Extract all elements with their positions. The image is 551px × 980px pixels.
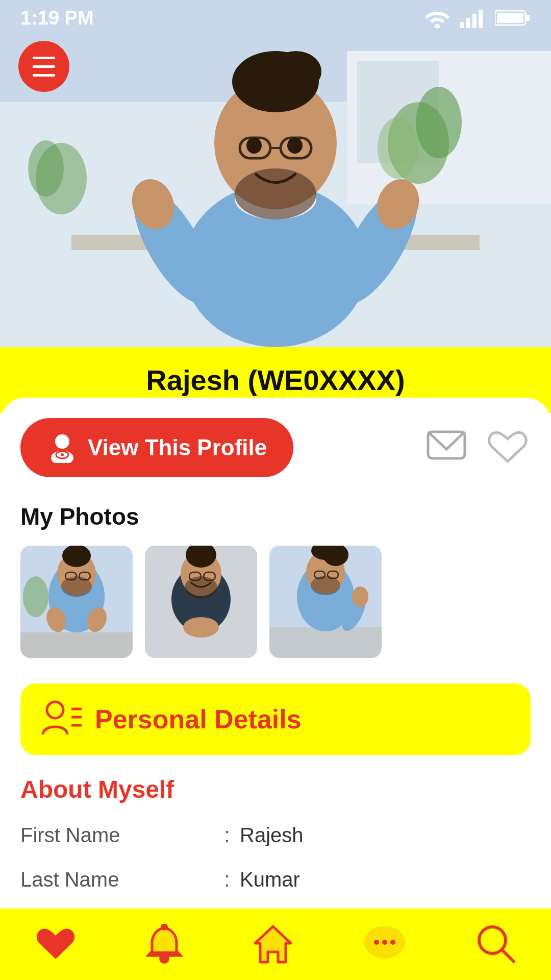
svg-rect-5 xyxy=(525,15,530,21)
hamburger-icon xyxy=(33,57,55,77)
svg-rect-3 xyxy=(479,10,483,28)
photo-thumb-2[interactable] xyxy=(145,546,257,658)
svg-rect-1 xyxy=(466,18,470,28)
photos-title: My Photos xyxy=(20,503,531,530)
battery-icon xyxy=(495,9,531,27)
colon-1: : xyxy=(214,868,240,891)
svg-line-81 xyxy=(503,950,514,962)
svg-point-38 xyxy=(23,576,48,617)
label-first-name: First Name xyxy=(20,824,214,847)
svg-point-66 xyxy=(352,586,368,607)
hero-section xyxy=(0,0,551,347)
nav-alerts[interactable] xyxy=(136,919,193,970)
svg-point-67 xyxy=(47,702,63,718)
menu-button[interactable] xyxy=(18,41,69,92)
bell-nav-icon xyxy=(146,924,183,965)
svg-rect-0 xyxy=(460,22,464,28)
svg-point-32 xyxy=(55,434,69,449)
table-row: Last Name : Kumar xyxy=(20,868,531,891)
about-myself-title: About Myself xyxy=(20,775,531,803)
value-first-name: Rajesh xyxy=(240,824,304,847)
colon-0: : xyxy=(214,824,240,847)
svg-point-21 xyxy=(270,51,321,92)
photos-grid xyxy=(20,546,531,658)
svg-rect-57 xyxy=(269,627,382,658)
nav-home[interactable] xyxy=(242,919,304,970)
hero-background xyxy=(0,0,551,347)
heart-nav-icon xyxy=(35,926,76,963)
home-nav-icon xyxy=(253,924,293,965)
heart-icon xyxy=(487,430,528,465)
svg-point-55 xyxy=(183,617,219,638)
photo-2-image xyxy=(145,546,257,658)
status-bar: 1:19 PM xyxy=(0,0,551,36)
profile-name: Rajesh (WE0XXXX) xyxy=(20,363,531,397)
svg-point-13 xyxy=(378,117,418,179)
svg-marker-74 xyxy=(255,926,291,962)
svg-point-77 xyxy=(382,940,387,945)
favourite-button[interactable] xyxy=(485,425,531,471)
personal-details-banner: Personal Details xyxy=(20,683,531,755)
svg-point-12 xyxy=(416,87,462,158)
message-button[interactable] xyxy=(423,425,469,471)
wifi-icon xyxy=(423,8,451,28)
nav-chat[interactable] xyxy=(353,919,416,970)
svg-rect-2 xyxy=(472,14,477,28)
svg-point-64 xyxy=(311,576,340,595)
svg-point-31 xyxy=(287,137,303,154)
svg-rect-6 xyxy=(497,13,523,23)
svg-point-71 xyxy=(159,953,169,964)
chat-nav-icon xyxy=(363,924,406,965)
action-icons xyxy=(423,425,531,471)
action-row: View This Profile xyxy=(20,418,531,477)
svg-point-30 xyxy=(246,137,262,154)
status-time: 1:19 PM xyxy=(20,7,94,29)
photos-section: My Photos xyxy=(20,503,531,658)
bottom-nav xyxy=(0,909,551,980)
photo-1-image xyxy=(20,546,133,658)
signal-icon xyxy=(460,8,486,28)
label-last-name: Last Name xyxy=(20,868,214,891)
photo-thumb-3[interactable] xyxy=(269,546,382,658)
view-profile-label: View This Profile xyxy=(88,435,267,460)
svg-point-78 xyxy=(390,940,395,945)
svg-point-35 xyxy=(61,453,64,456)
nav-likes[interactable] xyxy=(25,921,86,968)
view-profile-button[interactable]: View This Profile xyxy=(20,418,293,477)
svg-point-41 xyxy=(62,546,91,567)
personal-details-title: Personal Details xyxy=(95,704,302,734)
svg-point-33 xyxy=(51,451,73,463)
table-row: First Name : Rajesh xyxy=(20,824,531,847)
message-icon xyxy=(426,430,467,465)
svg-point-76 xyxy=(374,940,379,945)
value-last-name: Kumar xyxy=(240,868,300,891)
profile-icon xyxy=(47,432,78,463)
photo-thumb-1[interactable] xyxy=(20,546,133,658)
main-card: View This Profile My Photos xyxy=(0,398,551,980)
svg-point-44 xyxy=(61,576,92,597)
status-icons xyxy=(423,8,531,28)
svg-point-15 xyxy=(28,140,64,197)
svg-point-25 xyxy=(235,168,316,219)
photo-3-image xyxy=(269,546,382,658)
svg-rect-45 xyxy=(20,632,133,658)
search-nav-icon xyxy=(476,924,516,965)
personal-details-icon xyxy=(41,699,82,740)
nav-search[interactable] xyxy=(466,919,526,970)
